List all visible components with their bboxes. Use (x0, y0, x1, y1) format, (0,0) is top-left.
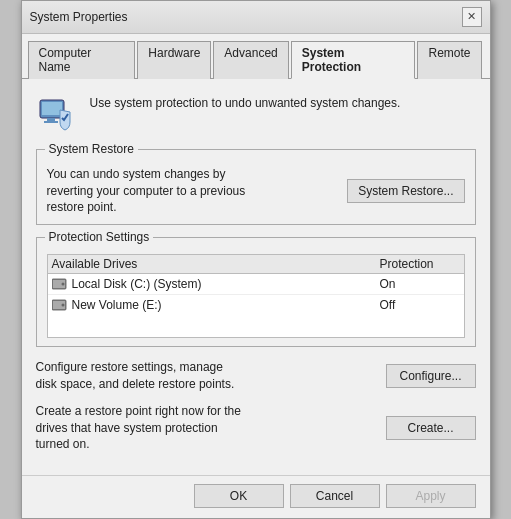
drive-name-c: Local Disk (C:) (System) (72, 277, 380, 291)
configure-description: Configure restore settings, manage disk … (36, 359, 246, 393)
svg-point-9 (61, 303, 64, 306)
tab-advanced[interactable]: Advanced (213, 41, 288, 79)
create-button[interactable]: Create... (386, 416, 476, 440)
configure-row: Configure restore settings, manage disk … (36, 359, 476, 393)
bottom-buttons: OK Cancel Apply (22, 475, 490, 518)
col-drives-header: Available Drives (52, 257, 380, 271)
protection-settings-group: Protection Settings Available Drives Pro… (36, 237, 476, 347)
tab-system-protection[interactable]: System Protection (291, 41, 416, 79)
drive-protection-c: On (380, 277, 460, 291)
drives-table[interactable]: Local Disk (C:) (System) On New Volume (… (47, 273, 465, 338)
system-protection-icon (38, 92, 78, 134)
svg-rect-3 (44, 121, 58, 123)
tab-hardware[interactable]: Hardware (137, 41, 211, 79)
table-row[interactable]: New Volume (E:) Off (48, 295, 464, 315)
main-content: Use system protection to undo unwanted s… (22, 79, 490, 475)
col-protection-header: Protection (380, 257, 460, 271)
apply-button[interactable]: Apply (386, 484, 476, 508)
protection-table-container: Available Drives Protection Local Disk (… (47, 254, 465, 338)
system-restore-button[interactable]: System Restore... (347, 179, 464, 203)
svg-point-6 (61, 282, 64, 285)
system-restore-row: You can undo system changes by reverting… (47, 166, 465, 216)
tab-bar: Computer Name Hardware Advanced System P… (22, 34, 490, 79)
system-protection-icon-area (36, 91, 80, 135)
tab-remote[interactable]: Remote (417, 41, 481, 79)
system-restore-description: You can undo system changes by reverting… (47, 166, 247, 216)
table-row[interactable]: Local Disk (C:) (System) On (48, 274, 464, 295)
header-description: Use system protection to undo unwanted s… (90, 91, 401, 112)
cancel-button[interactable]: Cancel (290, 484, 380, 508)
close-button[interactable]: ✕ (462, 7, 482, 27)
system-restore-group: System Restore You can undo system chang… (36, 149, 476, 225)
window-title: System Properties (30, 10, 128, 24)
protection-settings-label: Protection Settings (45, 230, 154, 244)
header-section: Use system protection to undo unwanted s… (36, 91, 476, 135)
configure-button[interactable]: Configure... (386, 364, 476, 388)
ok-button[interactable]: OK (194, 484, 284, 508)
svg-rect-1 (42, 102, 62, 115)
system-properties-dialog: System Properties ✕ Computer Name Hardwa… (21, 0, 491, 519)
svg-rect-2 (47, 118, 55, 121)
drive-icon-c (52, 276, 68, 292)
protection-table-header: Available Drives Protection (47, 254, 465, 273)
tab-computer-name[interactable]: Computer Name (28, 41, 136, 79)
title-bar: System Properties ✕ (22, 1, 490, 34)
system-restore-label: System Restore (45, 142, 138, 156)
drive-protection-e: Off (380, 298, 460, 312)
create-row: Create a restore point right now for the… (36, 403, 476, 453)
drive-name-e: New Volume (E:) (72, 298, 380, 312)
drive-icon-e (52, 297, 68, 313)
create-description: Create a restore point right now for the… (36, 403, 246, 453)
